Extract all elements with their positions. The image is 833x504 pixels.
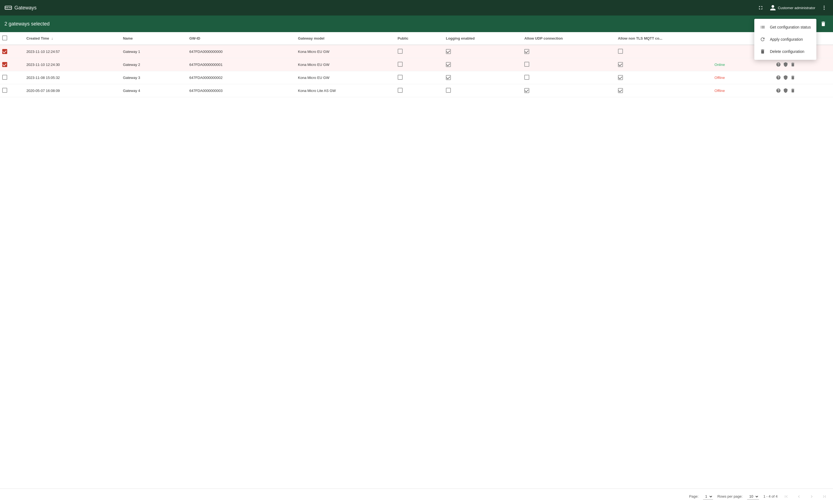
cell-created: 2023-11-10 12:24:57 — [24, 45, 121, 58]
select-all-checkbox[interactable] — [2, 35, 7, 41]
selection-header: 2 gateways selected Get configuration st… — [0, 16, 833, 32]
top-navigation: Gateways Customer administrator — [0, 0, 833, 16]
table-row: 2023-11-10 12:24:57Gateway 1647FDA000000… — [0, 45, 833, 58]
cell-gwid: 647FDA0000000003 — [187, 84, 296, 97]
col-header-mqttco: Allow non TLS MQTT co... — [616, 32, 712, 45]
cell-model: Kona Micro EU GW — [296, 45, 395, 58]
row-checkbox-1[interactable] — [2, 49, 7, 54]
get-config-status-label: Get configuration status — [770, 25, 811, 29]
cell-udp — [522, 84, 616, 97]
row-help-button[interactable] — [775, 74, 782, 81]
row-shield-button[interactable] — [782, 61, 789, 68]
cell-gwid: 647FDA0000000000 — [187, 45, 296, 58]
row-shield-button[interactable] — [782, 74, 789, 81]
cell-mqttco — [616, 58, 712, 71]
table-row: 2023-11-10 12:24:30Gateway 2647FDA000000… — [0, 58, 833, 71]
cell-mqttco — [616, 71, 712, 84]
col-header-model: Gateway model — [296, 32, 395, 45]
cell-gwid: 647FDA0000000001 — [187, 58, 296, 71]
svg-point-5 — [824, 7, 825, 8]
table-container: Created Time ↓ Name GW-ID Gateway model … — [0, 32, 833, 488]
svg-point-2 — [7, 7, 8, 8]
delete-config-label: Delete configuration — [770, 49, 805, 54]
row-checkbox-3[interactable] — [2, 75, 7, 80]
cell-name: Gateway 4 — [121, 84, 187, 97]
row-help-button[interactable] — [775, 61, 782, 68]
selection-count: 2 gateways selected — [4, 21, 780, 27]
svg-point-1 — [5, 7, 7, 8]
cell-public — [396, 71, 444, 84]
row-delete-button[interactable] — [789, 61, 796, 68]
app-logo-icon — [4, 4, 12, 11]
list-icon — [760, 24, 765, 30]
app-title: Gateways — [15, 5, 37, 11]
cell-udp — [522, 45, 616, 58]
cell-created: 2023-11-10 12:24:30 — [24, 58, 121, 71]
cell-gwid: 647FDA0000000002 — [187, 71, 296, 84]
cell-model: Kona Micro Lite AS GW — [296, 84, 395, 97]
cell-udp — [522, 71, 616, 84]
svg-point-4 — [824, 6, 825, 7]
topnav-right: Customer administrator — [756, 3, 829, 12]
more-menu-button[interactable] — [820, 3, 829, 12]
delete-selected-button[interactable] — [818, 19, 829, 29]
cell-actions — [772, 84, 833, 97]
dropdown-menu: Get configuration status Apply configura… — [754, 19, 816, 60]
cell-logging — [444, 45, 522, 58]
col-header-name: Name — [121, 32, 187, 45]
apply-config-label: Apply configuration — [770, 37, 803, 42]
delete-config-icon — [760, 49, 765, 54]
select-all-header[interactable] — [0, 32, 24, 45]
cell-status: Offline — [712, 84, 772, 97]
cell-actions — [772, 71, 833, 84]
cell-public — [396, 84, 444, 97]
row-checkbox-4[interactable] — [2, 88, 7, 93]
cell-mqttco — [616, 84, 712, 97]
cell-status: Offline — [712, 71, 772, 84]
cell-public — [396, 58, 444, 71]
cell-created: 2020-05-07 16:08:09 — [24, 84, 121, 97]
row-shield-button[interactable] — [782, 87, 789, 94]
cell-model: Kona Micro EU GW — [296, 71, 395, 84]
cell-status: Online — [712, 58, 772, 71]
col-header-logging: Logging enabled — [444, 32, 522, 45]
row-help-button[interactable] — [775, 87, 782, 94]
col-header-gwid: GW-ID — [187, 32, 296, 45]
row-checkbox-2[interactable] — [2, 62, 7, 67]
cell-logging — [444, 84, 522, 97]
cell-name: Gateway 2 — [121, 58, 187, 71]
cell-model: Kona Micro EU GW — [296, 58, 395, 71]
svg-point-6 — [824, 9, 825, 10]
table-row: 2020-05-07 16:08:09Gateway 4647FDA000000… — [0, 84, 833, 97]
table-body: 2023-11-10 12:24:57Gateway 1647FDA000000… — [0, 45, 833, 97]
cell-mqttco — [616, 45, 712, 58]
row-delete-button[interactable] — [789, 87, 796, 94]
delete-config-item[interactable]: Delete configuration — [754, 45, 816, 58]
user-menu[interactable]: Customer administrator — [769, 4, 815, 11]
row-delete-button[interactable] — [789, 74, 796, 81]
cell-udp — [522, 58, 616, 71]
cell-name: Gateway 3 — [121, 71, 187, 84]
cell-public — [396, 45, 444, 58]
cell-logging — [444, 71, 522, 84]
col-header-created[interactable]: Created Time ↓ — [24, 32, 121, 45]
app-logo-area: Gateways — [4, 4, 756, 11]
apply-config-item[interactable]: Apply configuration — [754, 33, 816, 45]
cell-logging — [444, 58, 522, 71]
gateways-table: Created Time ↓ Name GW-ID Gateway model … — [0, 32, 833, 97]
table-row: 2023-11-08 15:05:32Gateway 3647FDA000000… — [0, 71, 833, 84]
refresh-icon — [760, 36, 765, 42]
get-config-status-item[interactable]: Get configuration status — [754, 21, 816, 33]
cell-name: Gateway 1 — [121, 45, 187, 58]
fullscreen-button[interactable] — [756, 3, 765, 12]
user-avatar-icon — [769, 4, 776, 11]
cell-actions — [772, 58, 833, 71]
user-name: Customer administrator — [778, 6, 815, 10]
col-header-udp: Allow UDP connection — [522, 32, 616, 45]
cell-created: 2023-11-08 15:05:32 — [24, 71, 121, 84]
sort-icon-created: ↓ — [51, 36, 53, 41]
table-header-row: Created Time ↓ Name GW-ID Gateway model … — [0, 32, 833, 45]
col-header-public: Public — [396, 32, 444, 45]
